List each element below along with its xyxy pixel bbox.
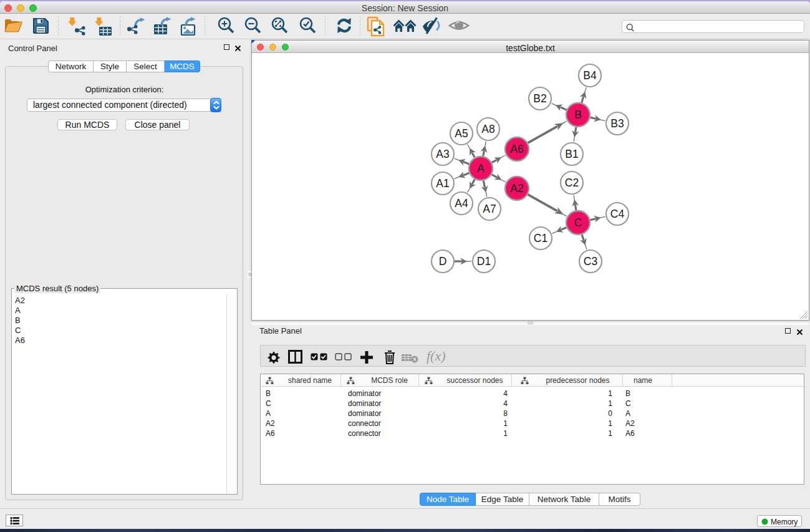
svg-text:C3: C3 (584, 255, 597, 268)
svg-text:D: D (439, 255, 447, 268)
svg-text:B1: B1 (565, 148, 578, 160)
svg-text:B: B (574, 109, 582, 121)
svg-text:B2: B2 (533, 92, 546, 105)
svg-text:A7: A7 (483, 203, 496, 215)
svg-text:C1: C1 (534, 232, 547, 244)
svg-text:C: C (574, 216, 582, 229)
svg-text:A8: A8 (481, 123, 494, 135)
svg-text:A1: A1 (436, 177, 449, 190)
svg-text:C4: C4 (610, 208, 625, 220)
svg-text:A: A (477, 162, 485, 175)
svg-text:B3: B3 (610, 117, 624, 130)
svg-text:A5: A5 (455, 127, 468, 140)
svg-text:A2: A2 (510, 182, 523, 195)
svg-text:A6: A6 (510, 143, 523, 155)
svg-text:D1: D1 (477, 255, 491, 268)
svg-text:A3: A3 (436, 148, 449, 160)
svg-text:B4: B4 (583, 69, 597, 82)
svg-text:C2: C2 (565, 177, 579, 189)
svg-text:A4: A4 (455, 197, 468, 210)
